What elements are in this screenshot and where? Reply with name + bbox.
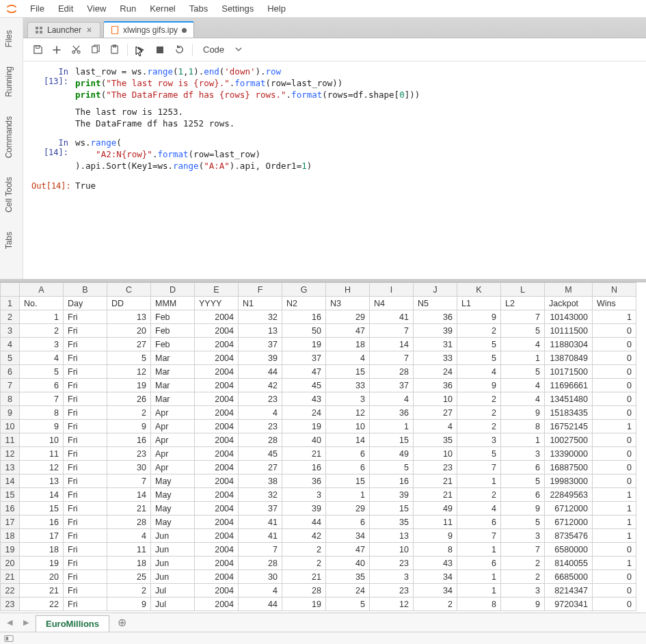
stop-button[interactable]: [151, 41, 169, 59]
cell[interactable]: 13451480: [545, 392, 593, 406]
cell[interactable]: 0: [593, 379, 636, 392]
cell[interactable]: 2004: [195, 392, 239, 406]
cell[interactable]: 37: [282, 351, 326, 365]
copy-button[interactable]: [86, 41, 104, 59]
cell[interactable]: 11880304: [545, 338, 593, 351]
row-header[interactable]: 12: [1, 447, 20, 461]
cell[interactable]: Mar: [151, 392, 195, 406]
cell[interactable]: 6685000: [545, 570, 593, 584]
cell[interactable]: 41: [239, 515, 282, 529]
cell[interactable]: 21: [414, 474, 457, 488]
cell[interactable]: Fri: [64, 556, 107, 570]
close-icon[interactable]: ×: [85, 25, 93, 35]
cell[interactable]: Fri: [64, 474, 107, 488]
cell[interactable]: 4: [414, 420, 457, 433]
spreadsheet-grid[interactable]: ABCDEFGHIJKLMN 1No.DayDDMMMYYYYN1N2N3N4N…: [0, 282, 646, 613]
cell[interactable]: 23: [239, 392, 282, 406]
cell[interactable]: 19: [282, 598, 326, 611]
sheet-nav-prev[interactable]: ◀: [3, 616, 16, 629]
row-header[interactable]: 16: [1, 502, 20, 515]
cell[interactable]: 5: [107, 351, 151, 365]
cell[interactable]: 4: [20, 351, 64, 365]
cell[interactable]: 2004: [195, 515, 239, 529]
cell[interactable]: Fri: [64, 433, 107, 447]
cell[interactable]: 19983000: [545, 474, 593, 488]
cell[interactable]: 7: [239, 543, 282, 556]
cell[interactable]: 6: [457, 515, 501, 529]
cell[interactable]: 26: [107, 392, 151, 406]
column-header[interactable]: F: [239, 283, 282, 297]
cell[interactable]: Mar: [151, 379, 195, 392]
cell[interactable]: 49: [414, 502, 457, 515]
cell[interactable]: 2004: [195, 379, 239, 392]
cell[interactable]: 6: [326, 461, 370, 474]
cell[interactable]: 8735476: [545, 529, 593, 543]
cell[interactable]: 9: [501, 598, 545, 611]
sidebar-tab-commands[interactable]: Commands: [0, 107, 23, 167]
cell[interactable]: 6: [326, 515, 370, 529]
cell[interactable]: 28: [282, 584, 326, 598]
cell[interactable]: Jackpot: [545, 297, 593, 310]
cell[interactable]: 6712000: [545, 502, 593, 515]
cell[interactable]: 5: [501, 365, 545, 379]
cell[interactable]: 28: [370, 365, 414, 379]
cell[interactable]: N3: [326, 297, 370, 310]
cell[interactable]: 15: [370, 502, 414, 515]
cell[interactable]: 5: [457, 447, 501, 461]
cell[interactable]: 2004: [195, 502, 239, 515]
cell[interactable]: 10143000: [545, 310, 593, 324]
cell[interactable]: 10: [20, 433, 64, 447]
cell[interactable]: 2004: [195, 474, 239, 488]
cell[interactable]: 14: [107, 488, 151, 502]
cell[interactable]: 13: [107, 310, 151, 324]
cell[interactable]: 20: [20, 570, 64, 584]
sidebar-tab-files[interactable]: Files: [0, 21, 23, 57]
cell[interactable]: 3: [282, 488, 326, 502]
cell[interactable]: 16: [107, 433, 151, 447]
cell[interactable]: 2004: [195, 529, 239, 543]
cell[interactable]: 2004: [195, 351, 239, 365]
cell[interactable]: 6580000: [545, 543, 593, 556]
cell[interactable]: Apr: [151, 447, 195, 461]
cell[interactable]: N1: [239, 297, 282, 310]
cell[interactable]: 0: [593, 365, 636, 379]
row-header[interactable]: 8: [1, 392, 20, 406]
cell[interactable]: 14: [370, 338, 414, 351]
menu-run[interactable]: Run: [113, 1, 143, 16]
cell[interactable]: 5: [457, 351, 501, 365]
cell[interactable]: 44: [282, 515, 326, 529]
cell[interactable]: Fri: [64, 543, 107, 556]
cell[interactable]: 0: [593, 406, 636, 420]
row-header[interactable]: 11: [1, 433, 20, 447]
cell[interactable]: 19: [20, 556, 64, 570]
cell[interactable]: 23: [370, 584, 414, 598]
cell[interactable]: 16752145: [545, 420, 593, 433]
column-header[interactable]: M: [545, 283, 593, 297]
column-header[interactable]: J: [414, 283, 457, 297]
cell[interactable]: 47: [326, 324, 370, 338]
cell[interactable]: 4: [239, 584, 282, 598]
select-all-corner[interactable]: [1, 283, 20, 297]
cell[interactable]: 13: [239, 324, 282, 338]
cell[interactable]: 10: [370, 543, 414, 556]
cell[interactable]: 29: [326, 502, 370, 515]
cell[interactable]: 10: [414, 447, 457, 461]
cell[interactable]: May: [151, 474, 195, 488]
cell[interactable]: 15: [326, 365, 370, 379]
cell[interactable]: Fri: [64, 461, 107, 474]
cell[interactable]: 2: [282, 556, 326, 570]
cell[interactable]: 39: [370, 488, 414, 502]
cell[interactable]: 1: [501, 433, 545, 447]
cell[interactable]: 19: [282, 338, 326, 351]
celltype-dropdown[interactable]: Code: [197, 42, 248, 57]
cell[interactable]: 6: [326, 447, 370, 461]
cell[interactable]: 2004: [195, 433, 239, 447]
cell[interactable]: 43: [282, 392, 326, 406]
cell[interactable]: 1: [457, 474, 501, 488]
cell[interactable]: 15183435: [545, 406, 593, 420]
cell[interactable]: 4: [501, 379, 545, 392]
cell[interactable]: 2: [457, 406, 501, 420]
cell[interactable]: 24: [326, 584, 370, 598]
cell[interactable]: 2004: [195, 488, 239, 502]
cell[interactable]: 47: [326, 543, 370, 556]
